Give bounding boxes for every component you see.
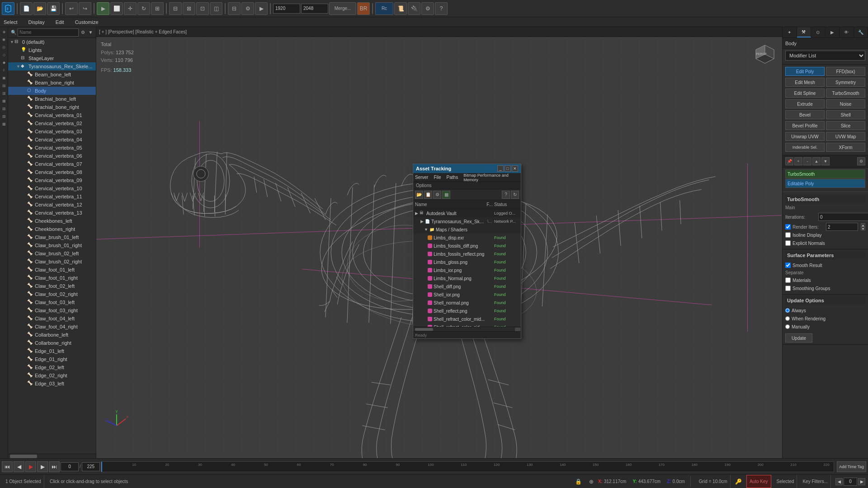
at-file-shell-diff[interactable]: Shell_diff.png Found: [413, 282, 521, 291]
script-icon[interactable]: 📜: [394, 2, 407, 15]
nav-cube[interactable]: PERSP: [751, 41, 778, 68]
tree-item-edge_01_right[interactable]: 🦴Edge_01_right: [8, 355, 96, 363]
scene-filter-icon[interactable]: ▼: [87, 29, 94, 36]
at-minimize-btn[interactable]: _: [497, 165, 504, 172]
at-vault-row[interactable]: ▶ 🏛 Autodesk Vault Logged O...: [413, 209, 521, 217]
tree-item-collarbone_right[interactable]: 🦴Collarbone_right: [8, 339, 96, 347]
next-frame-btn[interactable]: ▶: [37, 461, 48, 472]
scale-icon[interactable]: ⊞: [151, 2, 164, 15]
viewport[interactable]: [ + ] [Perspective] [Realistic + Edged F…: [96, 27, 782, 458]
tree-item-claw_brush_02_right[interactable]: 🦴Claw_brush_02_right: [8, 258, 96, 266]
stack-pin-btn[interactable]: 📌: [785, 157, 793, 165]
at-tool-3[interactable]: ⚙: [433, 191, 441, 199]
new-file-icon[interactable]: 📄: [20, 2, 33, 15]
tree-item-claw_brush_01_right[interactable]: 🦴Claw_brush_01_right: [8, 241, 96, 249]
at-tool-4[interactable]: ▦: [442, 191, 450, 199]
viewport-width-input[interactable]: 1920: [273, 4, 300, 14]
render-iters-input[interactable]: [826, 223, 858, 231]
tree-item-0-(default)[interactable]: ▼⊟0 (default): [8, 38, 96, 46]
select-tool-icon[interactable]: ▶: [97, 2, 109, 15]
ffd-box-btn[interactable]: FFD(box): [826, 67, 865, 76]
frame-inc-btn[interactable]: ▶: [858, 478, 865, 485]
at-maps-folder[interactable]: ▼ 📁 Maps / Shaders: [413, 225, 521, 234]
tree-item-claw_foot_02_right[interactable]: 🦴Claw_foot_02_right: [8, 290, 96, 298]
at-file-limbs-normal[interactable]: Limbs_Normal.png Found: [413, 274, 521, 282]
iterations-input[interactable]: [818, 213, 868, 221]
tree-item-edge_02_left[interactable]: 🦴Edge_02_left: [8, 363, 96, 371]
rpanel-utilities-tab[interactable]: 🔧: [854, 27, 868, 38]
bevel-btn[interactable]: Bevel: [785, 110, 825, 119]
symmetry-btn[interactable]: Symmetry: [826, 78, 865, 87]
left-icon-13[interactable]: ▩: [0, 120, 8, 127]
scene-horizontal-scrollbar[interactable]: [8, 454, 96, 458]
editable-poly-stack-item[interactable]: Editable Poly: [785, 179, 865, 188]
noise-btn[interactable]: Noise: [826, 99, 865, 108]
render-setup-icon[interactable]: ⚙: [241, 2, 254, 15]
rpanel-motion-tab[interactable]: ▶: [826, 27, 840, 38]
undo-icon[interactable]: ↩: [65, 2, 78, 15]
viewport-canvas[interactable]: Total Polys: 123 752 Verts: 110 796 FPS:…: [96, 37, 782, 458]
tree-item-cervical_vertebra_05[interactable]: 🦴Cervical_vertebra_05: [8, 144, 96, 152]
tree-item-claw_foot_02_left[interactable]: 🦴Claw_foot_02_left: [8, 282, 96, 290]
at-refresh-btn[interactable]: ↻: [511, 191, 519, 199]
tree-item-claw_brush_02_left[interactable]: 🦴Claw_brush_02_left: [8, 249, 96, 258]
go-to-start-btn[interactable]: ⏮: [2, 461, 13, 472]
play-btn[interactable]: ▶: [25, 461, 36, 472]
update-btn[interactable]: Update: [785, 333, 812, 343]
total-frames-input[interactable]: [82, 462, 100, 471]
when-rendering-radio[interactable]: [785, 316, 790, 321]
move-icon[interactable]: ✛: [124, 2, 137, 15]
bevel-profile-btn[interactable]: Bevel Profile: [785, 121, 825, 130]
left-icon-1[interactable]: ◈: [0, 28, 8, 35]
open-file-icon[interactable]: 📂: [33, 2, 46, 15]
at-paths-menu[interactable]: Paths: [447, 175, 458, 180]
at-file-limbs-disp[interactable]: Limbs_disp.exr Found: [413, 234, 521, 242]
left-icon-9[interactable]: ▥: [0, 89, 8, 97]
tree-item-beam_bone_right[interactable]: 🦴Beam_bone_right: [8, 79, 96, 87]
smooth-result-checkbox[interactable]: [785, 263, 791, 268]
explicit-normals-checkbox[interactable]: [785, 240, 791, 246]
at-help-btn[interactable]: ?: [502, 191, 510, 199]
key-filters-btn[interactable]: Key Filters...: [800, 475, 831, 488]
edit-spline-btn[interactable]: Edit Spline: [785, 89, 825, 98]
tree-item-claw_foot_04_left[interactable]: 🦴Claw_foot_04_left: [8, 314, 96, 323]
manually-radio[interactable]: [785, 324, 790, 329]
tree-item-claw_foot_03_left[interactable]: 🦴Claw_foot_03_left: [8, 298, 96, 306]
shell-btn[interactable]: Shell: [826, 110, 865, 119]
rpanel-hierarchy-tab[interactable]: ⊙: [811, 27, 826, 38]
left-icon-3[interactable]: ◎: [0, 43, 8, 51]
render-iters-down-btn[interactable]: ▼: [861, 227, 865, 230]
at-file-shell-refract-side[interactable]: Shell_refract_color_side... Found: [413, 323, 521, 327]
rotate-icon[interactable]: ↻: [137, 2, 150, 15]
stack-remove-btn[interactable]: -: [803, 157, 811, 165]
at-restore-btn[interactable]: □: [505, 165, 511, 172]
left-icon-11[interactable]: ▧: [0, 105, 8, 112]
rpanel-modify-tab[interactable]: ⚒: [797, 27, 811, 38]
left-icon-2[interactable]: ◉: [0, 36, 8, 43]
select-region-icon[interactable]: ⬜: [110, 2, 123, 15]
render-icon[interactable]: ▶: [255, 2, 268, 15]
tree-item-cervical_vertebra_07[interactable]: 🦴Cervical_vertebra_07: [8, 160, 96, 168]
at-file-limbs-fossil-ref[interactable]: Limbs_fossils_reflect.png Found: [413, 250, 521, 258]
left-icon-5[interactable]: ◆: [0, 59, 8, 66]
tree-item-cheekbones_left[interactable]: 🦴Cheekbones_left: [8, 217, 96, 225]
at-file-menu[interactable]: File: [434, 175, 441, 180]
rpanel-create-tab[interactable]: ✦: [783, 27, 797, 38]
render-iters-checkbox[interactable]: [785, 224, 791, 230]
isoline-checkbox[interactable]: [785, 232, 791, 238]
display-menu[interactable]: Display: [27, 19, 47, 26]
at-tool-1[interactable]: 📂: [415, 191, 423, 199]
viewport-height-input[interactable]: 2048: [301, 4, 328, 14]
tree-item-cervical_vertebra_10[interactable]: 🦴Cervical_vertebra_10: [8, 184, 96, 192]
turbosmooth-btn[interactable]: TurboSmooth: [826, 89, 865, 98]
asset-tracking-titlebar[interactable]: Asset Tracking _ □ ✕: [413, 164, 521, 173]
tree-item-lights[interactable]: 💡Lights: [8, 46, 96, 54]
xform-btn[interactable]: XForm: [826, 143, 865, 152]
tree-item-cervical_vertebra_13[interactable]: 🦴Cervical_vertebra_13: [8, 209, 96, 217]
at-close-btn[interactable]: ✕: [512, 165, 518, 172]
slice-btn[interactable]: Slice: [826, 121, 865, 130]
stack-move-down-btn[interactable]: ▼: [821, 157, 830, 165]
go-to-end-btn[interactable]: ⏭: [49, 461, 60, 472]
at-file-limbs-fossil-diff[interactable]: Limbs_fossils_diff.png Found: [413, 242, 521, 250]
at-horizontal-scrollbar[interactable]: [413, 327, 521, 331]
